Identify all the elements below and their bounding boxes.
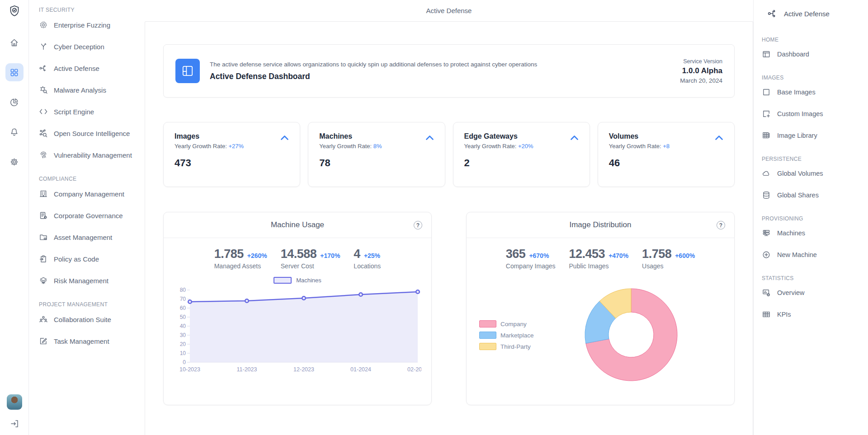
right-item-global-shares[interactable]: Global Shares [762,184,864,206]
help-icon[interactable]: ? [717,221,725,229]
rail-notifications-button[interactable] [5,123,24,141]
sidebar-item-label: Company Management [54,190,124,198]
rail-apps-button[interactable] [5,63,24,81]
donut-chart [552,281,689,394]
sidebar-item-enterprise-fuzzing[interactable]: Enterprise Fuzzing [39,14,141,36]
chart-stat-value: 4 [354,247,360,261]
right-item-label: Dashboard [777,51,809,58]
stat-card-growth: Yearly Growth Rate: +27% [175,143,244,150]
stat-card-growth: Yearly Growth Rate: +8 [609,143,670,150]
fingerprint-icon [39,150,48,159]
legend-label: Company [500,321,527,327]
sidebar-item-task-management[interactable]: Task Management [39,330,141,352]
server-icon [762,229,771,238]
right-section-label: HOME [762,37,864,43]
chart-stat-label: Managed Assets [214,262,267,270]
task-edit-icon [39,337,48,346]
code-icon [39,107,48,116]
user-avatar[interactable] [7,394,22,410]
chevron-up-icon[interactable] [425,135,434,140]
sidebar-item-label: Malware Analysis [54,86,106,94]
sidebar-item-label: Vulnerability Management [54,151,132,159]
right-item-image-library[interactable]: Image Library [762,125,864,146]
target-icon [39,20,48,29]
svg-text:60: 60 [180,305,186,311]
sidebar-item-label: Cyber Deception [54,43,104,51]
rail-bottom [7,394,22,430]
stat-card-title: Machines [319,132,382,140]
app-logo shield-check-icon[interactable] [8,5,21,17]
svg-text:30: 30 [180,332,186,338]
presentation-chart-icon [762,288,771,297]
stat-card-title: Edge Gateways [464,132,533,140]
database-icon [762,191,771,200]
chart-stat-growth: +470% [609,252,628,259]
main-area: Active Defense The active defense servic… [145,0,753,435]
right-item-machines[interactable]: Machines [762,222,864,244]
right-item-global-volumes[interactable]: Global Volumes [762,163,864,184]
plus-circle-icon [762,250,771,259]
bug-scan-icon [39,85,48,94]
line-chart-legend[interactable]: Machines [164,277,431,284]
service-version-date: March 20, 2024 [680,77,722,84]
machine-usage-card: Machine Usage ? 1.785+260% Managed Asset… [163,212,432,405]
sidebar-item-label: Open Source Intelligence [54,130,130,137]
sidebar-item-open-source-intelligence[interactable]: Open Source Intelligence [39,122,141,144]
rail-home-button[interactable] [5,33,24,51]
sidebar-item-vulnerability-management[interactable]: Vulnerability Management [39,144,141,166]
sidebar-item-active-defense[interactable]: Active Defense [39,57,141,79]
donut-legend-item-third-party[interactable]: Third-Party [479,343,552,350]
sidebar-item-script-engine[interactable]: Script Engine [39,101,141,122]
service-banner: The active defense service allows organi… [163,44,735,98]
sidebar-item-asset-management[interactable]: Asset Management [39,226,141,248]
svg-text:0: 0 [183,359,186,365]
document-gear-icon [39,211,48,220]
chevron-up-icon[interactable] [715,135,723,140]
right-item-kpis[interactable]: KPIs [762,304,864,325]
right-item-new-machine[interactable]: New Machine [762,244,864,266]
right-item-base-images[interactable]: Base Images [762,81,864,103]
chart-stat-value: 1.785 [214,247,244,261]
sidebar-item-label: Active Defense [54,65,99,72]
right-section-statistics: STATISTICS Overview KPIs [762,275,864,325]
svg-text:20: 20 [180,341,186,347]
content-panel: The active defense service allows organi… [145,21,753,435]
donut-legend-item-company[interactable]: Company [479,320,552,327]
right-item-dashboard[interactable]: Dashboard [762,43,864,65]
svg-text:40: 40 [180,323,186,329]
svg-text:02-2024: 02-2024 [407,366,421,373]
sidebar-item-malware-analysis[interactable]: Malware Analysis [39,79,141,101]
building-icon [39,189,48,198]
svg-text:10-2023: 10-2023 [179,366,200,373]
chart-stat-value: 1.758 [642,247,671,261]
chart-stat-label: Server Cost [281,262,340,270]
help-icon[interactable]: ? [414,221,422,229]
flow-arrows-icon [39,64,48,73]
sidebar-item-label: Enterprise Fuzzing [54,21,110,29]
sidebar-item-company-management[interactable]: Company Management [39,183,141,205]
image-distribution-donut-area: Company Marketplace Third-Party [467,270,734,405]
chevron-up-icon[interactable] [280,135,289,140]
stat-card-text: Machines Yearly Growth Rate: 8% [319,132,382,150]
sidebar-item-collaboration-suite[interactable]: Collaboration Suite [39,309,141,330]
machines-legend-label: Machines [296,277,321,284]
machine-usage-title: Machine Usage [271,220,324,229]
network-search-icon [39,129,48,138]
right-item-overview[interactable]: Overview [762,282,864,304]
sidebar-item-risk-management[interactable]: Risk Management [39,270,141,291]
stat-card-title: Volumes [609,132,670,140]
right-item-custom-images[interactable]: Custom Images [762,103,864,125]
donut-legend-item-marketplace[interactable]: Marketplace [479,332,552,339]
logout-button[interactable] [9,419,19,429]
rail-analytics-button[interactable] [5,93,24,111]
image-distribution-header: Image Distribution ? [467,212,734,238]
chart-stat-server-cost: 14.588+170% Server Cost [281,247,340,270]
rail-settings-button[interactable] [5,153,24,171]
sidebar-item-cyber-deception[interactable]: Cyber Deception [39,36,141,57]
sidebar-item-corporate-governance[interactable]: Corporate Governance [39,205,141,226]
sidebar-item-policy-as-code[interactable]: Policy as Code [39,248,141,270]
chart-stat-value: 365 [506,247,526,261]
sidebar-section-project-management: PROJECT MANAGEMENT Collaboration Suite T… [39,301,141,352]
right-sidebar-header: Active Defense [762,0,864,27]
chevron-up-icon[interactable] [570,135,579,140]
